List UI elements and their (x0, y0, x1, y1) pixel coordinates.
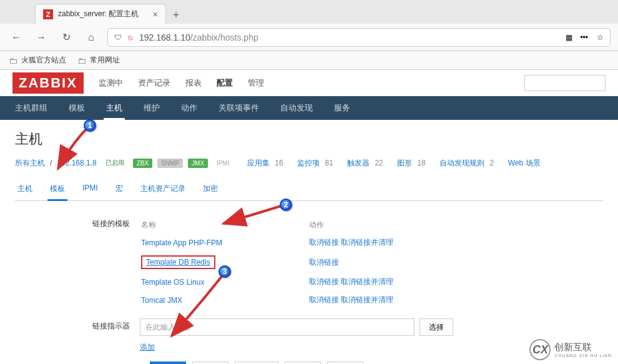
home-icon[interactable]: ⌂ (82, 29, 100, 46)
bc-web[interactable]: Web 场景 (508, 158, 541, 169)
table-row: Template OS Linux 取消链接 取消链接并清理 (141, 273, 476, 290)
bc-discovery[interactable]: 自动发现规则 (439, 158, 484, 169)
update-button[interactable]: 更新 (150, 362, 186, 364)
unlink-link[interactable]: 取消链接 (309, 295, 339, 304)
menu-monitoring[interactable]: 监测中 (99, 77, 123, 89)
bc-items[interactable]: 监控项 (297, 158, 320, 169)
bc-all-hosts[interactable]: 所有主机 (15, 158, 45, 169)
bc-triggers[interactable]: 触发器 (347, 158, 370, 169)
bookmark-item[interactable]: 🗀常用网址 (77, 55, 120, 66)
bc-graphs-count: 18 (417, 159, 425, 167)
close-tab-icon[interactable]: × (153, 9, 158, 19)
reload-icon[interactable]: ↻ (57, 29, 75, 46)
global-search[interactable] (524, 75, 606, 91)
linked-templates-table: 名称动作 Template App PHP-FPM 取消链接 取消链接并清理 T… (140, 216, 477, 310)
badge-snmp: SNMP (157, 159, 183, 168)
menu-reports[interactable]: 报表 (185, 77, 202, 89)
delete-button[interactable]: 删除 (285, 362, 321, 364)
zabbix-logo[interactable]: ZABBIX (12, 72, 84, 94)
bc-apps[interactable]: 应用集 (247, 158, 270, 169)
submenu-hosts[interactable]: 主机 (104, 96, 125, 120)
tab-encryption[interactable]: 加密 (200, 179, 220, 200)
tab-inventory[interactable]: 主机资产记录 (138, 179, 188, 200)
shield-icon: 🛡 (114, 33, 122, 42)
table-row: Tomcat JMX 取消链接 取消链接并清理 (141, 292, 476, 308)
bc-disc-count: 2 (489, 159, 494, 167)
template-highlight: Template DB Redis (141, 255, 215, 269)
tab-ipmi[interactable]: IPMI (80, 179, 101, 200)
browser-toolbar: ← → ↻ ⌂ 🛡 ⦸ 192.168.1.10/zabbix/hosts.ph… (0, 24, 618, 51)
tab-title: zabbix_server: 配置主机 (58, 9, 139, 19)
submenu-hostgroups[interactable]: 主机群组 (12, 96, 50, 120)
template-search-input[interactable]: 在此输入搜索 (140, 318, 414, 336)
unlink-clear-link[interactable]: 取消链接并清理 (341, 238, 393, 247)
table-row: Template DB Redis 取消链接 (141, 252, 476, 272)
bookmark-star-icon[interactable]: ☆ (597, 33, 604, 42)
lock-icon: ⦸ (128, 33, 133, 42)
full-clone-button[interactable]: 全克隆 (235, 362, 278, 364)
submenu-services[interactable]: 服务 (331, 96, 353, 120)
unlink-clear-link[interactable]: 取消链接并清理 (341, 277, 393, 286)
menu-dots-icon[interactable]: ••• (580, 33, 588, 42)
link-indicator-label: 链接指示器 (15, 318, 140, 353)
cancel-button[interactable]: 取消 (327, 362, 363, 364)
submenu-maintenance[interactable]: 维护 (141, 96, 162, 120)
url-text: 192.168.1.10/zabbix/hosts.php (139, 32, 258, 42)
th-action: 动作 (309, 217, 476, 233)
page-title: 主机 (15, 130, 603, 149)
zabbix-header: ZABBIX 监测中 资产记录 报表 配置 管理 (0, 70, 618, 96)
browser-tab[interactable]: Z zabbix_server: 配置主机 × (35, 4, 166, 24)
host-tabs: 主机 模板 IPMI 宏 主机资产记录 加密 (15, 179, 603, 201)
watermark-sub: CHUANG XIN HU LIAN (554, 353, 612, 358)
badge-zbx: ZBX (133, 159, 152, 168)
form-buttons: 更新 克隆 全克隆 删除 取消 (150, 362, 603, 364)
bc-triggers-count: 22 (375, 159, 383, 167)
bc-graphs[interactable]: 图形 (397, 158, 412, 169)
unlink-link[interactable]: 取消链接 (309, 238, 339, 247)
unlink-link[interactable]: 取消链接 (309, 277, 339, 286)
zabbix-submenu: 主机群组 模板 主机 维护 动作 关联项事件 自动发现 服务 (0, 96, 618, 120)
tab-templates[interactable]: 模板 (47, 179, 67, 201)
submenu-templates[interactable]: 模板 (66, 96, 87, 120)
badge-jmx: JMX (188, 159, 208, 168)
watermark-logo-icon: CX (529, 339, 551, 360)
bookmark-item[interactable]: 🗀火狐官方站点 (9, 55, 66, 66)
menu-configuration[interactable]: 配置 (217, 77, 233, 89)
annotation-3: 3 (218, 265, 231, 278)
submenu-discovery[interactable]: 自动发现 (278, 96, 315, 120)
template-link[interactable]: Template DB Redis (146, 258, 210, 267)
template-link[interactable]: Template App PHP-FPM (141, 239, 222, 247)
add-link[interactable]: 添加 (140, 342, 477, 353)
th-name: 名称 (141, 217, 308, 233)
annotation-1: 1 (84, 119, 96, 132)
url-bar[interactable]: 🛡 ⦸ 192.168.1.10/zabbix/hosts.php ▦ ••• … (107, 28, 611, 47)
back-icon[interactable]: ← (7, 29, 25, 46)
template-link[interactable]: Template OS Linux (141, 278, 204, 287)
forward-icon[interactable]: → (32, 29, 50, 46)
tab-host[interactable]: 主机 (15, 179, 35, 200)
table-row: Template App PHP-FPM 取消链接 取消链接并清理 (141, 234, 476, 251)
folder-icon: 🗀 (77, 56, 86, 66)
menu-inventory[interactable]: 资产记录 (138, 77, 170, 89)
folder-icon: 🗀 (9, 56, 17, 66)
tab-favicon: Z (43, 9, 53, 19)
content-area: 主机 所有主机 / 192.168.1.8 已启用 ZBXSNMPJMXIPMI… (0, 120, 618, 364)
submenu-actions[interactable]: 动作 (179, 96, 200, 120)
linked-templates-label: 链接的模板 (15, 216, 140, 310)
badge-ipmi: IPMI (213, 159, 233, 168)
top-menu: 监测中 资产记录 报表 配置 管理 (99, 77, 264, 89)
submenu-correlation[interactable]: 关联项事件 (216, 96, 262, 120)
menu-admin[interactable]: 管理 (248, 77, 264, 89)
watermark-brand: 创新互联 (554, 342, 612, 353)
unlink-link[interactable]: 取消链接 (309, 258, 339, 267)
new-tab-button[interactable]: + (166, 6, 186, 24)
template-link[interactable]: Tomcat JMX (141, 296, 182, 305)
unlink-clear-link[interactable]: 取消链接并清理 (341, 295, 393, 304)
bc-apps-count: 16 (275, 159, 283, 167)
bookmarks-bar: 🗀火狐官方站点 🗀常用网址 (0, 51, 618, 70)
select-button[interactable]: 选择 (419, 318, 453, 336)
bc-host[interactable]: 192.168.1.8 (57, 159, 96, 167)
reader-icon[interactable]: ▦ (566, 33, 571, 42)
clone-button[interactable]: 克隆 (192, 362, 228, 364)
tab-macros[interactable]: 宏 (113, 179, 125, 200)
